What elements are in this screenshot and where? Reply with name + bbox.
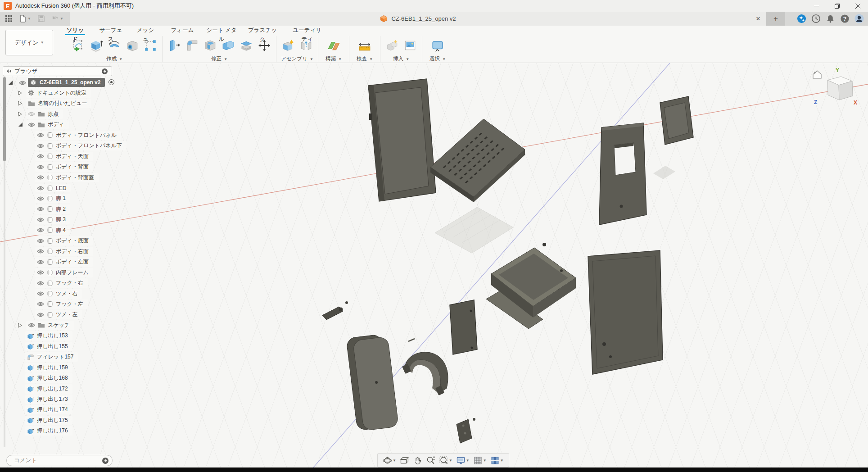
tree-body-chip[interactable]: ボディ・フロントパネル下: [35, 141, 127, 150]
fit-button[interactable]: ▼: [437, 454, 454, 467]
select-window-button[interactable]: [429, 36, 447, 55]
tree-body-chip[interactable]: 脚 3: [35, 215, 70, 224]
tree-group-chip[interactable]: 名前の付いたビュー: [26, 99, 91, 108]
eye-icon[interactable]: [37, 164, 44, 170]
look-at-button[interactable]: [398, 454, 411, 467]
eye-icon[interactable]: [37, 301, 44, 307]
ribbon-tab-5[interactable]: プラスチック: [247, 26, 278, 35]
eye-icon[interactable]: [37, 291, 44, 296]
tree-body-chip[interactable]: ツメ・右: [35, 289, 82, 299]
avatar-icon[interactable]: [854, 14, 864, 24]
eye-icon[interactable]: [37, 270, 44, 275]
eye-icon[interactable]: [19, 80, 26, 86]
insert-derive-button[interactable]: [383, 36, 401, 55]
view-cube[interactable]: Y X Z: [813, 67, 857, 106]
part-side-panel-right[interactable]: [588, 250, 663, 374]
document-tab-close-icon[interactable]: ✕: [752, 12, 764, 26]
ribbon-tab-3[interactable]: フォーム: [171, 26, 194, 35]
tree-feature-chip[interactable]: 押し出し176: [25, 426, 72, 436]
tree-body-chip[interactable]: ボディ・底面: [35, 236, 93, 245]
zoom-button[interactable]: [424, 454, 437, 467]
window-close-button[interactable]: [847, 0, 868, 12]
tree-group-chip[interactable]: 原点: [26, 109, 63, 119]
tree-body-chip[interactable]: LED: [35, 184, 71, 192]
rectangular-pattern-button[interactable]: [141, 36, 159, 55]
ribbon-tab-6[interactable]: ユーティリティ: [290, 26, 324, 35]
tree-body-chip[interactable]: ボディ・天面: [35, 152, 93, 161]
revolve-button[interactable]: [105, 36, 123, 55]
undo-button[interactable]: ▼: [49, 13, 66, 25]
job-status-icon[interactable]: [811, 14, 821, 24]
ribbon-group-label[interactable]: アセンブリ ▼: [281, 55, 313, 62]
orbit-button[interactable]: ▼: [381, 454, 398, 467]
combine-button[interactable]: [219, 36, 237, 55]
tree-feature-chip[interactable]: 押し出し153: [25, 331, 72, 340]
tree-body-chip[interactable]: 内部フレーム: [35, 268, 93, 277]
expand-arrow-icon[interactable]: [18, 122, 23, 127]
help-icon[interactable]: ?: [840, 14, 850, 24]
part-tiny-pin[interactable]: [408, 339, 415, 341]
part-small-bar-left[interactable]: [322, 301, 348, 320]
tree-feature-chip[interactable]: 押し出し159: [25, 363, 72, 372]
tree-group-chip[interactable]: ボディ: [26, 120, 69, 129]
pan-button[interactable]: [411, 454, 424, 467]
tree-feature-chip[interactable]: フィレット157: [25, 352, 78, 362]
viewport-3d[interactable]: Y X Z ブラウザ CZ-6EB1_1_25_open v2: [0, 63, 868, 467]
ribbon-group-label[interactable]: 選択 ▼: [429, 55, 446, 62]
ribbon-tab-4[interactable]: シート メタル: [204, 26, 239, 35]
eye-icon[interactable]: [37, 259, 44, 265]
tree-body-chip[interactable]: ボディ・左面: [35, 257, 93, 267]
eye-icon[interactable]: [37, 143, 44, 149]
joint-button[interactable]: [297, 36, 315, 55]
part-vent-panel[interactable]: [430, 119, 525, 202]
tree-feature-chip[interactable]: 押し出し174: [25, 405, 72, 414]
panel-remove-icon[interactable]: [102, 68, 108, 74]
eye-icon[interactable]: [37, 196, 44, 201]
collapse-arrow-icon[interactable]: [18, 323, 22, 328]
extrude-button[interactable]: [87, 36, 105, 55]
new-component-button[interactable]: [279, 36, 297, 55]
eye-icon[interactable]: [37, 312, 44, 318]
ribbon-group-label[interactable]: 作成 ▼: [106, 55, 122, 62]
eye-icon[interactable]: [37, 175, 44, 180]
eye-icon[interactable]: [37, 249, 44, 254]
eye-icon[interactable]: [37, 186, 44, 191]
part-curved-bracket[interactable]: [402, 352, 448, 395]
part-small-square-panel[interactable]: [450, 300, 477, 354]
activate-component-radio[interactable]: [108, 79, 114, 85]
press-pull-button[interactable]: [165, 36, 183, 55]
file-new-button[interactable]: ▼: [17, 13, 33, 25]
display-settings-button[interactable]: ▼: [454, 454, 471, 467]
comment-box[interactable]: コメント: [6, 455, 113, 466]
tree-body-chip[interactable]: ボディ・背面: [35, 162, 93, 172]
part-front-panel[interactable]: [368, 79, 436, 201]
tree-feature-chip[interactable]: 押し出し168: [25, 373, 72, 383]
viewports-button[interactable]: ▼: [488, 454, 506, 467]
tree-body-chip[interactable]: ツメ・左: [35, 310, 82, 319]
part-tray[interactable]: [486, 243, 576, 329]
eye-icon[interactable]: [37, 281, 44, 286]
window-maximize-button[interactable]: [827, 0, 847, 12]
part-back-panel[interactable]: [599, 123, 646, 225]
ribbon-group-label[interactable]: 検査 ▼: [357, 55, 373, 62]
eye-icon[interactable]: [28, 122, 35, 127]
measure-button[interactable]: [356, 36, 374, 55]
eye-icon[interactable]: [37, 238, 44, 244]
part-ghost-small[interactable]: [653, 166, 675, 179]
eye-icon[interactable]: [37, 206, 44, 212]
document-tab[interactable]: CZ-6EB1_1_25_open v2 ✕: [70, 12, 766, 26]
collapse-arrow-icon[interactable]: [18, 101, 22, 106]
collapse-arrow-icon[interactable]: [18, 112, 22, 117]
eye-off-icon[interactable]: [28, 111, 35, 117]
notifications-icon[interactable]: [825, 14, 836, 24]
tree-body-chip[interactable]: ボディ・フロントパネル: [35, 131, 121, 140]
ribbon-tab-0[interactable]: ソリッド: [65, 26, 85, 35]
eye-icon[interactable]: [37, 132, 44, 138]
ribbon-tab-1[interactable]: サーフェス: [98, 26, 124, 35]
tree-group-chip[interactable]: スケッチ: [26, 321, 74, 330]
eye-icon[interactable]: [37, 217, 44, 222]
construction-plane-button[interactable]: [325, 36, 343, 55]
eye-icon[interactable]: [37, 227, 44, 233]
extensions-icon[interactable]: [796, 14, 807, 24]
comment-remove-icon[interactable]: [102, 458, 108, 464]
